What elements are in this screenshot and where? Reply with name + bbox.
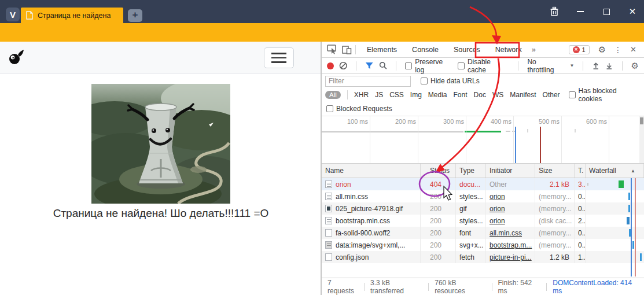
hamburger-menu-button[interactable]	[264, 47, 294, 68]
column-header-type[interactable]: Type	[456, 164, 486, 178]
throttling-select[interactable]: No throttling ▼	[527, 58, 574, 74]
scrollbar-thumb[interactable]	[640, 117, 643, 124]
cell-size: (memory...	[535, 202, 575, 215]
filter-input[interactable]	[325, 76, 411, 87]
disable-cache-checkbox[interactable]: Disable cache	[458, 58, 510, 74]
filter-pill-manifest[interactable]: Manifest	[510, 91, 536, 99]
waterfall-dcl-line	[631, 178, 632, 276]
cell-name: orion	[322, 178, 421, 190]
column-header-name[interactable]: Name	[322, 164, 421, 178]
network-settings-icon[interactable]: ⚙	[631, 61, 639, 71]
devtools-menu-icon[interactable]: ⋮	[610, 45, 626, 54]
timeline-mark	[575, 129, 576, 132]
devtools-tab-console[interactable]: Console	[404, 46, 446, 54]
cell-initiator[interactable]: bootstrap.m...	[486, 239, 535, 251]
record-button[interactable]	[327, 62, 334, 69]
close-icon: ✕	[629, 6, 636, 17]
cell-status: 200	[421, 227, 456, 239]
has-blocked-cookies-label: Has blocked cookies	[579, 87, 641, 103]
error-count-badge[interactable]: ✕ 1	[569, 45, 590, 54]
timeline-scrollbar[interactable]	[639, 116, 644, 164]
preserve-log-checkbox[interactable]: Preserve log	[405, 58, 452, 74]
devtools-tabs: ElementsConsoleSourcesNetwork	[359, 46, 529, 54]
network-request-row-025-picture-47918-gif[interactable]: 025_picture-47918.gif200giforion(memory.…	[322, 202, 644, 215]
filter-pill-css[interactable]: CSS	[389, 91, 404, 99]
column-header-waterfall[interactable]: Waterfall▲	[586, 164, 644, 178]
has-blocked-cookies-checkbox[interactable]: Has blocked cookies	[569, 87, 641, 103]
summary-item: DOMContentLoaded: 414 ms	[553, 279, 638, 295]
filter-pill-xhr[interactable]: XHR	[354, 91, 369, 99]
divider	[356, 61, 356, 71]
file-type-icon	[325, 205, 332, 212]
close-window-button[interactable]: ✕	[621, 0, 644, 23]
cell-initiator: Other	[486, 178, 535, 190]
device-toolbar-icon[interactable]	[342, 45, 352, 54]
filter-pill-all[interactable]: All	[325, 91, 341, 99]
timeline-tick-label: 100 ms	[336, 118, 368, 125]
filter-pill-img[interactable]: Img	[410, 91, 422, 99]
filter-icon[interactable]	[365, 62, 374, 69]
hide-data-urls-checkbox[interactable]: Hide data URLs	[421, 77, 480, 85]
network-timeline-overview[interactable]: 100 ms200 ms300 ms400 ms500 ms600 ms	[322, 116, 644, 164]
network-request-row-all-min-css[interactable]: all.min.css200styles...orion(memory...0.…	[322, 190, 644, 202]
network-table-body: orion404docu...Other2.1 kB3..all.min.css…	[322, 178, 644, 263]
devtools-tab-bar: ElementsConsoleSourcesNetwork » ✕ 1 ⚙ ⋮ …	[322, 42, 644, 58]
cell-initiator[interactable]: orion	[486, 215, 535, 227]
clear-icon[interactable]	[339, 61, 348, 70]
trash-button[interactable]	[543, 0, 566, 23]
filter-pill-other[interactable]: Other	[543, 91, 560, 99]
blocked-requests-checkbox[interactable]: Blocked Requests	[326, 105, 392, 113]
divider	[546, 283, 547, 291]
network-request-row-data-image-svg-xml-[interactable]: data:image/svg+xml,...200svg+x...bootstr…	[322, 239, 644, 251]
error-icon: ✕	[573, 46, 580, 53]
inspect-element-icon[interactable]	[327, 45, 337, 54]
waterfall-bar	[632, 241, 634, 249]
file-type-icon	[325, 229, 332, 237]
cell-type: gif	[456, 202, 486, 215]
filter-pills: AllXHRJSCSSImgMediaFontDocWSManifestOthe…	[325, 90, 560, 99]
more-tabs-button[interactable]: »	[529, 45, 538, 54]
export-har-icon[interactable]	[605, 61, 613, 70]
cooling-tower-404-image	[91, 84, 230, 204]
devtools-tab-network[interactable]: Network	[488, 46, 529, 54]
browser-tab-active[interactable]: Страница не найдена	[21, 8, 123, 23]
new-tab-button[interactable]: +	[128, 9, 142, 22]
cell-initiator[interactable]: all.min.css	[486, 227, 535, 239]
devtools-panel: ElementsConsoleSourcesNetwork » ✕ 1 ⚙ ⋮ …	[321, 42, 644, 295]
filter-pill-doc[interactable]: Doc	[474, 91, 486, 99]
network-request-row-orion[interactable]: orion404docu...Other2.1 kB3..	[322, 178, 644, 190]
resource-type-filters: AllXHRJSCSSImgMediaFontDocWSManifestOthe…	[322, 88, 644, 102]
waterfall-bar	[628, 193, 630, 200]
cell-initiator[interactable]: picture-in-pi...	[486, 251, 535, 263]
cell-initiator[interactable]: orion	[486, 190, 535, 202]
filter-pill-media[interactable]: Media	[428, 91, 447, 99]
trash-icon	[550, 6, 559, 17]
timeline-green-bar	[465, 131, 501, 132]
column-header-initiator[interactable]: Initiator	[486, 164, 535, 178]
filter-pill-font[interactable]: Font	[454, 91, 468, 99]
network-request-row-config-json[interactable]: config.json200fetchpicture-in-pi...1.2 k…	[322, 251, 644, 263]
column-header-size[interactable]: Size	[535, 164, 575, 178]
filter-pill-ws[interactable]: WS	[492, 91, 503, 99]
network-request-row-bootstrap-min-css[interactable]: bootstrap.min.css200styles...orion(disk …	[322, 215, 644, 227]
devtools-settings-icon[interactable]: ⚙	[594, 45, 610, 55]
import-har-icon[interactable]	[592, 61, 600, 70]
blocked-requests-label: Blocked Requests	[336, 105, 392, 113]
cell-status: 200	[421, 190, 456, 202]
divider	[355, 45, 356, 54]
devtools-tab-elements[interactable]: Elements	[359, 46, 404, 54]
cell-initiator[interactable]: orion	[486, 202, 535, 215]
column-header-t[interactable]: T.	[575, 164, 586, 178]
column-header-status[interactable]: Status	[421, 164, 456, 178]
search-icon[interactable]	[379, 61, 388, 70]
divider	[428, 283, 429, 291]
devtools-tab-sources[interactable]: Sources	[446, 46, 488, 54]
maximize-button[interactable]	[595, 0, 618, 23]
minimize-button[interactable]	[569, 0, 592, 23]
devtools-close-icon[interactable]: ✕	[626, 45, 641, 54]
filter-pill-js[interactable]: JS	[375, 91, 383, 99]
vivaldi-menu-button[interactable]: V	[6, 8, 20, 21]
site-logo-comet-icon[interactable]	[7, 49, 24, 67]
error-count: 1	[582, 46, 586, 53]
network-request-row-fa-solid-900-woff2[interactable]: fa-solid-900.woff2200fontall.min.css(mem…	[322, 227, 644, 239]
